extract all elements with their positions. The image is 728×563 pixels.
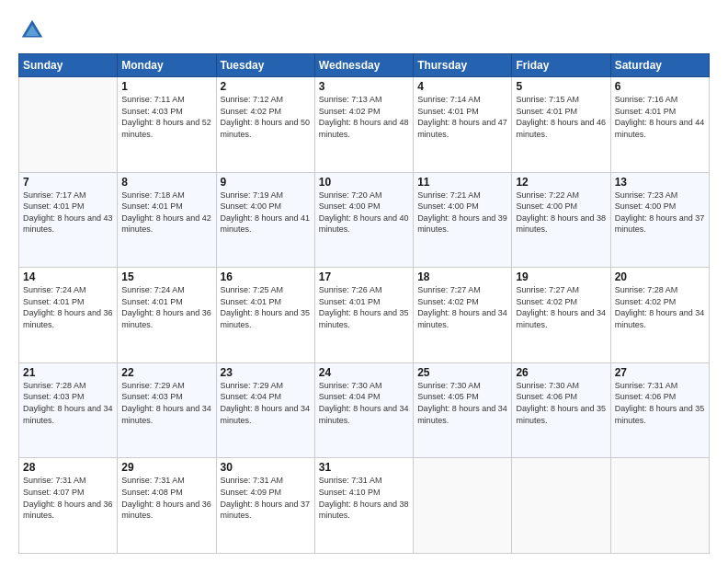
calendar-cell: 3 Sunrise: 7:13 AM Sunset: 4:02 PM Dayli… [314, 77, 413, 173]
day-number: 10 [319, 176, 409, 189]
day-number: 13 [615, 176, 705, 189]
day-number: 20 [615, 270, 705, 283]
day-info: Sunrise: 7:17 AM Sunset: 4:01 PM Dayligh… [23, 190, 113, 236]
day-number: 19 [516, 270, 606, 283]
calendar-header: SundayMondayTuesdayWednesdayThursdayFrid… [19, 54, 710, 77]
calendar-cell: 18 Sunrise: 7:27 AM Sunset: 4:02 PM Dayl… [414, 268, 512, 363]
day-info: Sunrise: 7:27 AM Sunset: 4:02 PM Dayligh… [417, 284, 507, 330]
day-info: Sunrise: 7:11 AM Sunset: 4:03 PM Dayligh… [121, 94, 211, 140]
calendar-cell: 4 Sunrise: 7:14 AM Sunset: 4:01 PM Dayli… [414, 77, 512, 173]
weekday-row: SundayMondayTuesdayWednesdayThursdayFrid… [19, 54, 710, 77]
day-number: 8 [121, 176, 211, 189]
calendar-cell: 22 Sunrise: 7:29 AM Sunset: 4:03 PM Dayl… [118, 362, 216, 458]
day-info: Sunrise: 7:29 AM Sunset: 4:03 PM Dayligh… [121, 380, 211, 426]
logo [18, 17, 50, 44]
day-number: 21 [23, 366, 113, 379]
page: SundayMondayTuesdayWednesdayThursdayFrid… [0, 0, 728, 563]
day-info: Sunrise: 7:16 AM Sunset: 4:01 PM Dayligh… [615, 94, 705, 140]
weekday-header-monday: Monday [118, 54, 216, 77]
weekday-header-friday: Friday [512, 54, 610, 77]
calendar-cell: 10 Sunrise: 7:20 AM Sunset: 4:00 PM Dayl… [314, 172, 413, 268]
day-info: Sunrise: 7:13 AM Sunset: 4:02 PM Dayligh… [319, 94, 409, 140]
day-number: 28 [23, 461, 113, 474]
calendar-cell: 20 Sunrise: 7:28 AM Sunset: 4:02 PM Dayl… [610, 268, 709, 363]
calendar-cell: 24 Sunrise: 7:30 AM Sunset: 4:04 PM Dayl… [314, 362, 413, 458]
day-info: Sunrise: 7:23 AM Sunset: 4:00 PM Dayligh… [615, 190, 705, 236]
day-number: 7 [23, 176, 113, 189]
calendar-cell [19, 77, 118, 173]
calendar-cell: 5 Sunrise: 7:15 AM Sunset: 4:01 PM Dayli… [512, 77, 610, 173]
calendar-cell: 12 Sunrise: 7:22 AM Sunset: 4:00 PM Dayl… [512, 172, 610, 268]
day-info: Sunrise: 7:19 AM Sunset: 4:00 PM Dayligh… [221, 190, 311, 236]
day-info: Sunrise: 7:26 AM Sunset: 4:01 PM Dayligh… [319, 284, 409, 330]
calendar-cell: 6 Sunrise: 7:16 AM Sunset: 4:01 PM Dayli… [610, 77, 709, 173]
calendar-cell: 30 Sunrise: 7:31 AM Sunset: 4:09 PM Dayl… [216, 458, 314, 554]
day-info: Sunrise: 7:29 AM Sunset: 4:04 PM Dayligh… [221, 380, 311, 426]
day-number: 29 [121, 461, 211, 474]
calendar-cell: 13 Sunrise: 7:23 AM Sunset: 4:00 PM Dayl… [610, 172, 709, 268]
calendar-cell: 16 Sunrise: 7:25 AM Sunset: 4:01 PM Dayl… [216, 268, 314, 363]
day-number: 3 [319, 80, 409, 93]
calendar-cell: 17 Sunrise: 7:26 AM Sunset: 4:01 PM Dayl… [314, 268, 413, 363]
day-info: Sunrise: 7:24 AM Sunset: 4:01 PM Dayligh… [23, 284, 113, 330]
day-number: 25 [417, 366, 507, 379]
day-info: Sunrise: 7:30 AM Sunset: 4:06 PM Dayligh… [516, 380, 606, 426]
calendar-cell: 19 Sunrise: 7:27 AM Sunset: 4:02 PM Dayl… [512, 268, 610, 363]
calendar: SundayMondayTuesdayWednesdayThursdayFrid… [18, 53, 710, 554]
day-info: Sunrise: 7:28 AM Sunset: 4:02 PM Dayligh… [615, 284, 705, 330]
day-info: Sunrise: 7:15 AM Sunset: 4:01 PM Dayligh… [516, 94, 606, 140]
weekday-header-tuesday: Tuesday [216, 54, 314, 77]
calendar-cell: 7 Sunrise: 7:17 AM Sunset: 4:01 PM Dayli… [19, 172, 118, 268]
calendar-cell: 31 Sunrise: 7:31 AM Sunset: 4:10 PM Dayl… [314, 458, 413, 554]
calendar-cell [512, 458, 610, 554]
calendar-body: 1 Sunrise: 7:11 AM Sunset: 4:03 PM Dayli… [19, 77, 710, 554]
calendar-cell: 9 Sunrise: 7:19 AM Sunset: 4:00 PM Dayli… [216, 172, 314, 268]
day-number: 17 [319, 270, 409, 283]
day-info: Sunrise: 7:31 AM Sunset: 4:10 PM Dayligh… [319, 475, 409, 521]
day-info: Sunrise: 7:21 AM Sunset: 4:00 PM Dayligh… [417, 190, 507, 236]
day-number: 27 [615, 366, 705, 379]
day-info: Sunrise: 7:30 AM Sunset: 4:05 PM Dayligh… [417, 380, 507, 426]
day-number: 24 [319, 366, 409, 379]
calendar-cell: 29 Sunrise: 7:31 AM Sunset: 4:08 PM Dayl… [118, 458, 216, 554]
day-number: 26 [516, 366, 606, 379]
day-info: Sunrise: 7:31 AM Sunset: 4:09 PM Dayligh… [221, 475, 311, 521]
calendar-cell: 1 Sunrise: 7:11 AM Sunset: 4:03 PM Dayli… [118, 77, 216, 173]
calendar-cell: 25 Sunrise: 7:30 AM Sunset: 4:05 PM Dayl… [414, 362, 512, 458]
day-number: 31 [319, 461, 409, 474]
day-number: 11 [417, 176, 507, 189]
day-number: 18 [417, 270, 507, 283]
day-info: Sunrise: 7:24 AM Sunset: 4:01 PM Dayligh… [121, 284, 211, 330]
day-info: Sunrise: 7:22 AM Sunset: 4:00 PM Dayligh… [516, 190, 606, 236]
weekday-header-sunday: Sunday [19, 54, 118, 77]
calendar-cell [610, 458, 709, 554]
weekday-header-saturday: Saturday [610, 54, 709, 77]
weekday-header-wednesday: Wednesday [314, 54, 413, 77]
day-info: Sunrise: 7:31 AM Sunset: 4:07 PM Dayligh… [23, 475, 113, 521]
header [18, 17, 710, 44]
week-row-3: 14 Sunrise: 7:24 AM Sunset: 4:01 PM Dayl… [19, 268, 710, 363]
day-number: 12 [516, 176, 606, 189]
day-number: 4 [417, 80, 507, 93]
day-info: Sunrise: 7:14 AM Sunset: 4:01 PM Dayligh… [417, 94, 507, 140]
day-number: 15 [121, 270, 211, 283]
day-info: Sunrise: 7:27 AM Sunset: 4:02 PM Dayligh… [516, 284, 606, 330]
day-info: Sunrise: 7:28 AM Sunset: 4:03 PM Dayligh… [23, 380, 113, 426]
calendar-cell: 21 Sunrise: 7:28 AM Sunset: 4:03 PM Dayl… [19, 362, 118, 458]
calendar-cell: 14 Sunrise: 7:24 AM Sunset: 4:01 PM Dayl… [19, 268, 118, 363]
calendar-cell: 26 Sunrise: 7:30 AM Sunset: 4:06 PM Dayl… [512, 362, 610, 458]
day-number: 14 [23, 270, 113, 283]
week-row-2: 7 Sunrise: 7:17 AM Sunset: 4:01 PM Dayli… [19, 172, 710, 268]
day-number: 30 [221, 461, 311, 474]
calendar-cell: 2 Sunrise: 7:12 AM Sunset: 4:02 PM Dayli… [216, 77, 314, 173]
weekday-header-thursday: Thursday [414, 54, 512, 77]
day-info: Sunrise: 7:20 AM Sunset: 4:00 PM Dayligh… [319, 190, 409, 236]
calendar-cell: 8 Sunrise: 7:18 AM Sunset: 4:01 PM Dayli… [118, 172, 216, 268]
day-number: 6 [615, 80, 705, 93]
calendar-cell: 11 Sunrise: 7:21 AM Sunset: 4:00 PM Dayl… [414, 172, 512, 268]
day-number: 1 [121, 80, 211, 93]
week-row-1: 1 Sunrise: 7:11 AM Sunset: 4:03 PM Dayli… [19, 77, 710, 173]
week-row-5: 28 Sunrise: 7:31 AM Sunset: 4:07 PM Dayl… [19, 458, 710, 554]
calendar-cell [414, 458, 512, 554]
calendar-cell: 15 Sunrise: 7:24 AM Sunset: 4:01 PM Dayl… [118, 268, 216, 363]
